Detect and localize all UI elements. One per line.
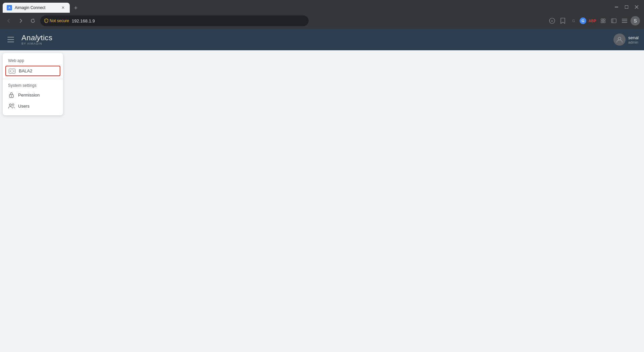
users-icon [8,103,15,109]
abp-button[interactable]: ABP [588,16,597,25]
svg-rect-10 [603,21,605,23]
svg-point-25 [12,104,14,106]
url-text: 192.168.1.9 [72,18,95,23]
password-manager-button[interactable]: •• [547,16,557,25]
reload-button[interactable] [28,16,38,25]
chrome-menu-button[interactable] [620,16,629,25]
user-info[interactable]: senal admin [613,34,639,46]
svg-point-23 [11,96,12,97]
address-bar[interactable]: ! Not secure 192.168.1.9 [40,15,309,26]
forward-button[interactable] [16,16,25,25]
security-indicator: ! Not secure [44,18,69,23]
svg-text:!: ! [46,20,46,22]
svg-rect-9 [601,21,603,23]
hamburger-line-1 [7,37,14,38]
permission-label: Permission [18,93,40,98]
tab-close-button[interactable]: ✕ [60,5,66,10]
app-header: Analytics by Aimagin senal admin [0,29,644,50]
lock-icon [8,92,15,98]
app-title-text: Analytics [21,34,53,42]
svg-point-19 [13,70,14,71]
app-title-italic: aly [31,34,41,42]
sidebar-item-permission[interactable]: Permission [3,89,63,101]
main-content: Web app BALA2 System [0,50,644,352]
svg-point-24 [9,104,11,106]
divider [3,79,63,79]
grammarly-button[interactable]: G [569,16,578,25]
svg-rect-7 [601,19,603,20]
new-tab-button[interactable]: + [71,3,80,13]
bala2-icon [9,69,15,73]
svg-rect-11 [611,19,616,23]
bala2-label: BALA2 [19,68,32,73]
sidebar-card: Web app BALA2 System [3,53,63,115]
minimize-button[interactable] [612,3,621,11]
user-role: admin [628,40,639,44]
hamburger-line-2 [7,39,14,40]
profile-avatar[interactable]: S [631,16,640,25]
browser-toolbar: ! Not secure 192.168.1.9 •• G G ABP [0,13,644,29]
sidebar-item-bala2[interactable]: BALA2 [5,66,60,76]
svg-text:••: •• [551,19,553,23]
user-avatar [613,34,626,46]
sidebar-item-users[interactable]: Users [3,101,63,111]
system-settings-label: System settings [3,82,63,89]
back-button[interactable] [4,16,13,25]
app-subtitle: by Aimagin [21,42,42,45]
close-button[interactable] [632,3,641,11]
svg-rect-17 [9,69,15,73]
app-container: Analytics by Aimagin senal admin Web app [0,29,644,352]
favicon-letter: A [8,6,11,9]
security-label: Not secure [50,18,69,23]
app-title: Analytics [21,34,53,42]
app-logo: Analytics by Aimagin [21,34,53,45]
tab-favicon: A [7,5,12,10]
svg-rect-8 [603,19,605,20]
tab-title: Aimagin Connect [15,5,45,10]
web-app-label: Web app [3,57,63,66]
svg-point-20 [12,70,12,70]
window-controls [612,3,641,13]
svg-point-16 [618,37,621,40]
svg-rect-1 [625,6,628,9]
svg-rect-0 [615,7,618,7]
browser-window: A Aimagin Connect ✕ + [0,0,644,352]
maximize-button[interactable] [622,3,631,11]
browser-title-bar: A Aimagin Connect ✕ + [0,0,644,13]
svg-point-18 [10,70,11,71]
svg-point-21 [12,72,12,72]
browser-tab[interactable]: A Aimagin Connect ✕ [3,3,70,13]
extensions-button[interactable] [598,16,608,25]
users-label: Users [18,104,30,109]
hamburger-line-3 [7,42,14,42]
hamburger-menu-button[interactable] [5,34,16,45]
bookmark-button[interactable] [558,16,568,25]
browser-actions: •• G G ABP S [547,16,640,25]
sidebar-toggle-button[interactable] [609,16,619,25]
user-name: senal [628,35,639,40]
user-details: senal admin [628,35,639,44]
g-button[interactable]: G [580,17,586,24]
